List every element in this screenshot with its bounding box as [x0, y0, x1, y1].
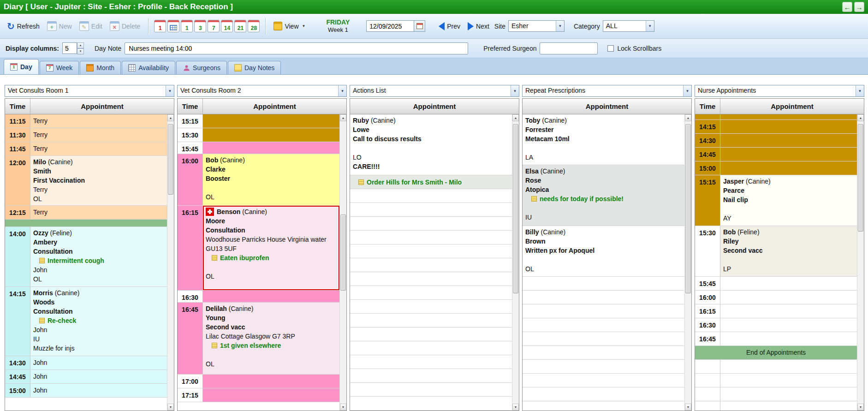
diary-row[interactable] — [523, 346, 684, 360]
lock-scrollbars-checkbox[interactable] — [607, 45, 614, 52]
next-button[interactable]: Next — [465, 21, 492, 32]
diary-row[interactable] — [350, 272, 512, 286]
diary-row[interactable]: 11:30Terry — [5, 128, 167, 142]
diary-row[interactable]: 15:45 — [178, 142, 339, 154]
category-select[interactable]: ALL ▼ — [603, 20, 654, 32]
calendar-popup-button[interactable] — [414, 20, 425, 32]
view-button[interactable]: View ▼ — [271, 20, 308, 32]
diary-row[interactable]: Order Hills for Mrs Smith - Milo — [350, 175, 512, 189]
diary-row[interactable] — [350, 355, 512, 369]
scroll-up-button[interactable]: ▲ — [512, 114, 519, 121]
diary-row[interactable] — [523, 318, 684, 332]
diary-row[interactable]: End of Appointments — [695, 346, 857, 360]
scroll-down-button[interactable]: ▼ — [685, 404, 691, 411]
edit-button[interactable]: ✎ Edit — [77, 20, 105, 32]
column-selector[interactable]: Nurse Appointments▼ — [695, 85, 864, 97]
column-selector[interactable]: Vet Consults Room 1▼ — [5, 85, 174, 97]
diary-row[interactable]: 15:30 — [178, 128, 339, 142]
diary-row[interactable] — [350, 231, 512, 244]
diary-row[interactable] — [695, 114, 857, 120]
tab-month[interactable]: Month — [80, 61, 121, 74]
diary-row[interactable] — [523, 401, 684, 411]
diary-row[interactable]: 16:45 — [695, 332, 857, 346]
tab-day-notes[interactable]: Day Notes — [228, 61, 281, 74]
diary-row[interactable]: 14:45John — [5, 370, 167, 384]
preferred-surgeon-input[interactable] — [540, 42, 598, 54]
diary-row[interactable] — [350, 244, 512, 258]
diary-row[interactable]: 12:15Terry — [5, 206, 167, 220]
diary-row[interactable] — [523, 291, 684, 304]
diary-row[interactable] — [350, 217, 512, 231]
diary-row[interactable] — [695, 401, 857, 411]
diary-row[interactable]: 16:30 — [178, 291, 339, 303]
diary-row[interactable] — [350, 286, 512, 300]
diary-row[interactable]: 11:15Terry — [5, 114, 167, 128]
diary-row[interactable]: 14:30 — [695, 134, 857, 148]
column-selector[interactable]: Actions List▼ — [350, 85, 519, 97]
scroll-down-button[interactable]: ▼ — [340, 404, 346, 411]
appointment-block[interactable]: 12:00Milo (Canine)SmithFirst Vaccination… — [5, 156, 167, 206]
scrollbar-thumb[interactable] — [513, 124, 518, 293]
column-selector[interactable]: Repeat Prescriptions▼ — [522, 85, 692, 97]
appointment-block[interactable]: Toby (Canine)ForresterMetacam 10mlLA — [523, 114, 684, 165]
diary-row[interactable] — [350, 369, 512, 383]
tab-day[interactable]: 1Day — [4, 59, 39, 74]
scroll-down-button[interactable]: ▼ — [167, 404, 174, 411]
scrollbar-track[interactable] — [857, 121, 864, 404]
multi-day-grid-button[interactable] — [167, 20, 179, 32]
diary-row[interactable] — [350, 341, 512, 355]
new-button[interactable]: + New — [45, 20, 74, 32]
diary-row[interactable] — [523, 332, 684, 346]
diary-row[interactable] — [523, 304, 684, 318]
diary-row[interactable]: 15:45 — [695, 277, 857, 291]
scroll-up-button[interactable]: ▲ — [685, 114, 691, 121]
day-view-14-button[interactable]: 14 — [221, 20, 233, 32]
scrollbar-thumb[interactable] — [340, 214, 346, 291]
display-columns-input[interactable] — [62, 42, 77, 54]
diary-row[interactable]: 14:15 — [695, 120, 857, 134]
diary-row[interactable] — [350, 189, 512, 203]
scrollbar-track[interactable] — [167, 121, 174, 404]
scroll-up-button[interactable]: ▲ — [167, 114, 174, 121]
site-select[interactable]: Esher ▼ — [508, 20, 565, 32]
diary-row[interactable] — [695, 360, 857, 374]
tab-surgeons[interactable]: Surgeons — [176, 61, 227, 74]
scrollbar-track[interactable] — [340, 121, 346, 404]
appointment-block[interactable]: 14:15Morris (Canine)WoodsConsultationRe-… — [5, 287, 167, 356]
diary-row[interactable] — [695, 374, 857, 387]
diary-row[interactable] — [523, 277, 684, 291]
appointment-block[interactable]: Ruby (Canine)LoweCall to discuss results… — [350, 114, 512, 175]
diary-row[interactable] — [5, 220, 167, 227]
diary-row[interactable]: 17:15 — [178, 388, 339, 402]
diary-row[interactable]: 14:30John — [5, 356, 167, 370]
spinner-up-button[interactable]: ▲ — [77, 42, 84, 48]
diary-row[interactable]: 16:15 — [695, 304, 857, 318]
diary-row[interactable]: 15:00John — [5, 384, 167, 398]
day-view-1-red-button[interactable]: 1 — [154, 20, 166, 32]
day-view-7-button[interactable]: 7 — [208, 20, 220, 32]
scroll-up-button[interactable]: ▲ — [340, 114, 346, 121]
day-view-21-button[interactable]: 21 — [234, 20, 246, 32]
diary-row[interactable] — [350, 328, 512, 341]
day-view-28-button[interactable]: 28 — [248, 20, 260, 32]
appointment-block[interactable]: 15:15Jasper (Canine)PearceNail clipAY — [695, 175, 857, 226]
delete-button[interactable]: × Delete — [107, 20, 143, 32]
diary-row[interactable]: 15:00 — [695, 161, 857, 175]
diary-row[interactable] — [350, 300, 512, 314]
scrollbar-track[interactable] — [512, 121, 519, 404]
scrollbar-track[interactable] — [685, 121, 691, 404]
scroll-down-button[interactable]: ▼ — [512, 404, 519, 411]
forward-button[interactable]: → — [854, 2, 864, 12]
diary-row[interactable] — [350, 314, 512, 328]
appointment-block[interactable]: 16:15Benson (Canine)MooreConsultationWoo… — [178, 206, 339, 291]
diary-row[interactable] — [523, 387, 684, 401]
appointment-block[interactable]: Elsa (Canine)RoseAtopicaneeds for today … — [523, 165, 684, 226]
scroll-up-button[interactable]: ▲ — [857, 114, 864, 121]
day-view-3-button[interactable]: 3 — [194, 20, 206, 32]
appointment-block[interactable]: 14:00Ozzy (Feline)AmberyConsultationInte… — [5, 227, 167, 287]
appointment-block[interactable]: Billy (Canine)BrownWritten px for Apoque… — [523, 226, 684, 277]
diary-row[interactable] — [350, 258, 512, 272]
scrollbar-thumb[interactable] — [858, 124, 863, 232]
column-selector[interactable]: Vet Consults Room 2▼ — [177, 85, 347, 97]
appointment-block[interactable]: 15:30Bob (Feline)RileySecond vaccLP — [695, 226, 857, 277]
